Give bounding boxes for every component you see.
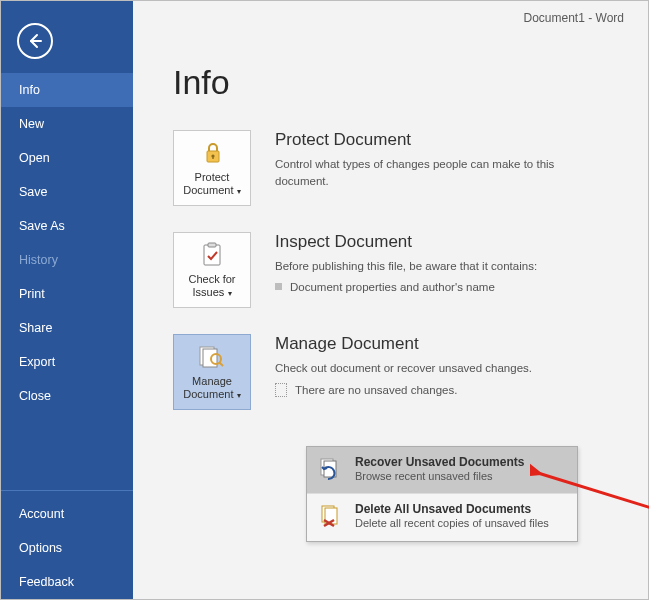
protect-desc: Control what types of changes people can… (275, 156, 575, 189)
bullet-text: Document properties and author's name (290, 281, 495, 293)
svg-line-9 (219, 362, 223, 366)
inspect-desc: Before publishing this file, be aware th… (275, 258, 575, 275)
nav-close[interactable]: Close (1, 379, 133, 413)
svg-rect-3 (212, 156, 213, 159)
info-panel: Document1 - Word Info Protect Document ▾… (133, 1, 648, 599)
app-window: Info New Open Save Save As History Print… (0, 0, 649, 600)
inspect-bullet: Document properties and author's name (275, 281, 575, 293)
nav-account[interactable]: Account (1, 497, 133, 531)
chevron-down-icon: ▾ (234, 187, 240, 196)
nav-export[interactable]: Export (1, 345, 133, 379)
chevron-down-icon: ▾ (234, 391, 240, 400)
nav-open[interactable]: Open (1, 141, 133, 175)
section-inspect: Check for Issues ▾ Inspect Document Befo… (173, 232, 624, 308)
nav-save-as[interactable]: Save As (1, 209, 133, 243)
document-recover-icon (317, 455, 345, 483)
nav-options[interactable]: Options (1, 531, 133, 565)
dd-sub: Browse recent unsaved files (355, 469, 524, 483)
svg-rect-4 (204, 245, 220, 265)
delete-all-unsaved-documents[interactable]: Delete All Unsaved Documents Delete all … (307, 493, 577, 540)
nav-share[interactable]: Share (1, 311, 133, 345)
protect-document-button[interactable]: Protect Document ▾ (173, 130, 251, 206)
manage-document-dropdown: Recover Unsaved Documents Browse recent … (306, 446, 578, 542)
tile-label: Protect Document (183, 171, 233, 196)
nav-history[interactable]: History (1, 243, 133, 277)
bullet-text: There are no unsaved changes. (295, 384, 457, 396)
back-button[interactable] (17, 23, 53, 59)
dd-title: Delete All Unsaved Documents (355, 502, 549, 516)
manage-document-button[interactable]: Manage Document ▾ (173, 334, 251, 410)
nav-info[interactable]: Info (1, 73, 133, 107)
nav-divider (1, 490, 133, 491)
backstage-sidebar: Info New Open Save Save As History Print… (1, 1, 133, 599)
page-title: Info (173, 63, 624, 102)
protect-title: Protect Document (275, 130, 575, 150)
manage-bullet: There are no unsaved changes. (275, 383, 575, 397)
nav-new[interactable]: New (1, 107, 133, 141)
manage-title: Manage Document (275, 334, 575, 354)
square-bullet-icon (275, 283, 282, 290)
lock-icon (197, 139, 227, 167)
arrow-left-icon (26, 32, 44, 50)
section-protect: Protect Document ▾ Protect Document Cont… (173, 130, 624, 206)
inspect-title: Inspect Document (275, 232, 575, 252)
dd-title: Recover Unsaved Documents (355, 455, 524, 469)
window-title: Document1 - Word (524, 11, 624, 25)
document-magnify-icon (197, 343, 227, 371)
chevron-down-icon: ▾ (225, 289, 231, 298)
nav-print[interactable]: Print (1, 277, 133, 311)
dd-sub: Delete all recent copies of unsaved file… (355, 516, 549, 530)
nav-list: Info New Open Save Save As History Print… (1, 73, 133, 413)
nav-save[interactable]: Save (1, 175, 133, 209)
tile-label: Manage Document (183, 375, 233, 400)
recover-unsaved-documents[interactable]: Recover Unsaved Documents Browse recent … (307, 447, 577, 493)
manage-desc: Check out document or recover unsaved ch… (275, 360, 575, 377)
clipboard-check-icon (197, 241, 227, 269)
document-delete-icon (317, 502, 345, 530)
section-manage: Manage Document ▾ Manage Document Check … (173, 334, 624, 410)
document-outline-icon (275, 383, 287, 397)
nav-feedback[interactable]: Feedback (1, 565, 133, 599)
check-for-issues-button[interactable]: Check for Issues ▾ (173, 232, 251, 308)
nav-bottom-list: Account Options Feedback (1, 497, 133, 599)
svg-rect-5 (208, 243, 216, 247)
